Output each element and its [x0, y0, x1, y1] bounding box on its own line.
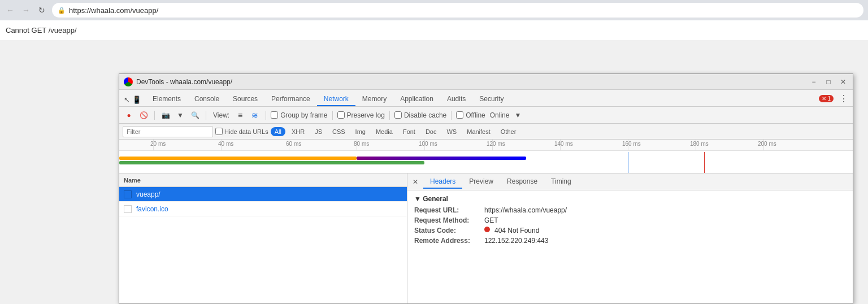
throttle-dropdown[interactable]: ▼ — [511, 109, 524, 121]
error-count: 1 — [827, 95, 831, 102]
network-list-panel: Name vueapp/ favicon.ico — [119, 173, 407, 303]
network-item-favicon[interactable]: favicon.ico — [119, 202, 407, 216]
devtools-title: DevTools - whaala.com/vueapp/ — [136, 78, 809, 86]
request-url-value: https://whaala.com/vueapp/ — [484, 206, 567, 214]
filter-css[interactable]: CSS — [328, 127, 349, 136]
filter-all[interactable]: All — [271, 127, 285, 136]
tab-preview[interactable]: Preview — [462, 175, 500, 189]
request-url-key: Request URL: — [414, 206, 482, 214]
lock-icon: 🔒 — [58, 7, 66, 14]
preserve-log-checkbox[interactable]: Preserve log — [337, 111, 385, 119]
toolbar-separator-1 — [154, 111, 155, 120]
timeline-mark-20: 20 ms — [150, 141, 166, 147]
filter-input[interactable] — [123, 126, 213, 137]
timeline-mark-60: 60 ms — [286, 141, 301, 147]
filter-media[interactable]: Media — [372, 127, 397, 136]
network-item-vueapp-name: vueapp/ — [136, 190, 160, 198]
timeline-mark-140: 140 ms — [554, 141, 573, 147]
headers-panel: ✕ Headers Preview Response Timing ▼ Gene… — [407, 173, 853, 303]
camera-button[interactable]: 📷 — [159, 109, 172, 121]
address-bar[interactable]: 🔒 https://whaala.com/vueapp/ — [52, 3, 863, 18]
tab-memory[interactable]: Memory — [355, 93, 393, 106]
timeline-vline-blue — [628, 152, 628, 173]
more-options-icon[interactable]: ⋮ — [839, 93, 848, 104]
reload-button[interactable]: ↻ — [36, 5, 47, 16]
back-button[interactable]: ← — [5, 5, 16, 16]
filter-button[interactable]: ▼ — [174, 109, 186, 121]
tab-console[interactable]: Console — [188, 93, 226, 106]
preserve-log-label: Preserve log — [347, 111, 385, 119]
folder-icon — [124, 190, 132, 198]
offline-checkbox[interactable]: Offline — [456, 111, 485, 119]
disable-cache-label: Disable cache — [404, 111, 446, 119]
tab-network[interactable]: Network — [317, 93, 355, 106]
device-icon[interactable]: 📱 — [132, 95, 141, 104]
tab-security[interactable]: Security — [472, 93, 510, 106]
request-method-row: Request Method: GET — [414, 216, 846, 224]
tab-timing[interactable]: Timing — [544, 175, 578, 189]
minimize-button[interactable]: − — [809, 77, 819, 87]
group-by-frame-label: Group by frame — [280, 111, 327, 119]
timeline-bar-purple — [357, 157, 526, 160]
tab-sources[interactable]: Sources — [226, 93, 264, 106]
devtools-timeline: 20 ms 40 ms 60 ms 80 ms 100 ms 120 ms 14… — [119, 140, 853, 173]
forward-button[interactable]: → — [20, 5, 32, 16]
network-item-vueapp[interactable]: vueapp/ — [119, 187, 407, 202]
headers-content: ▼ General Request URL: https://whaala.co… — [407, 190, 853, 303]
remote-address-key: Remote Address: — [414, 237, 482, 245]
toolbar-separator-2 — [206, 111, 206, 120]
filter-xhr[interactable]: XHR — [288, 127, 309, 136]
tab-performance[interactable]: Performance — [264, 93, 317, 106]
tab-application[interactable]: Application — [393, 93, 440, 106]
devtools-panel: DevTools - whaala.com/vueapp/ − □ ✕ ↖ 📱 … — [119, 73, 853, 304]
view-list-icon[interactable]: ≡ — [234, 109, 246, 121]
headers-close-button[interactable]: ✕ — [410, 176, 421, 188]
error-badge[interactable]: ✕ 1 — [819, 95, 834, 102]
filter-manifest[interactable]: Manifest — [463, 127, 494, 136]
headers-tabs: ✕ Headers Preview Response Timing — [407, 173, 853, 190]
page-content: Cannot GET /vueapp/ — [0, 20, 868, 40]
offline-input[interactable] — [456, 111, 463, 119]
tab-headers[interactable]: Headers — [423, 175, 462, 189]
timeline-mark-160: 160 ms — [622, 141, 641, 147]
filter-img[interactable]: Img — [351, 127, 370, 136]
search-button[interactable]: 🔍 — [189, 109, 201, 121]
filter-js[interactable]: JS — [311, 127, 326, 136]
timeline-bar-orange — [119, 157, 357, 160]
hide-data-urls-checkbox[interactable]: Hide data URLs — [215, 128, 268, 135]
close-button[interactable]: ✕ — [838, 77, 848, 87]
status-code-value: 404 Not Found — [494, 227, 539, 234]
preserve-log-input[interactable] — [337, 111, 345, 119]
tab-elements[interactable]: Elements — [146, 93, 188, 106]
devtools-filter: Hide data URLs All XHR JS CSS Img Media … — [119, 124, 853, 140]
view-waterfall-icon[interactable]: ≋ — [249, 109, 261, 121]
disable-cache-input[interactable] — [394, 111, 402, 119]
maximize-button[interactable]: □ — [823, 77, 834, 87]
filter-doc[interactable]: Doc — [422, 127, 441, 136]
timeline-mark-180: 180 ms — [690, 141, 709, 147]
filter-ws[interactable]: WS — [442, 127, 461, 136]
status-code-key: Status Code: — [414, 227, 482, 234]
record-button[interactable]: ● — [123, 109, 135, 121]
clear-button[interactable]: 🚫 — [137, 109, 150, 121]
general-section-title: ▼ General — [414, 195, 846, 203]
filter-font[interactable]: Font — [399, 127, 419, 136]
browser-chrome: ← → ↻ 🔒 https://whaala.com/vueapp/ — [0, 0, 868, 20]
request-method-key: Request Method: — [414, 216, 482, 224]
cursor-icon[interactable]: ↖ — [124, 95, 130, 104]
titlebar-controls: − □ ✕ — [809, 77, 848, 87]
disable-cache-checkbox[interactable]: Disable cache — [394, 111, 446, 119]
hide-data-urls-input[interactable] — [215, 128, 223, 135]
devtools-toolbar: ● 🚫 📷 ▼ 🔍 View: ≡ ≋ Group by frame Prese… — [119, 107, 853, 124]
group-by-frame-checkbox[interactable]: Group by frame — [271, 111, 327, 119]
tab-audits[interactable]: Audits — [440, 93, 472, 106]
status-code-row: Status Code: 404 Not Found — [414, 227, 846, 234]
cannot-get-text: Cannot GET /vueapp/ — [6, 26, 77, 34]
network-item-favicon-name: favicon.ico — [136, 205, 168, 213]
filter-other[interactable]: Other — [497, 127, 520, 136]
browser-toolbar: ← → ↻ 🔒 https://whaala.com/vueapp/ — [0, 0, 868, 20]
group-by-frame-input[interactable] — [271, 111, 278, 119]
devtools-tabs: ↖ 📱 Elements Console Sources Performance… — [119, 90, 853, 107]
tab-response[interactable]: Response — [500, 175, 544, 189]
url-text: https://whaala.com/vueapp/ — [69, 6, 158, 15]
